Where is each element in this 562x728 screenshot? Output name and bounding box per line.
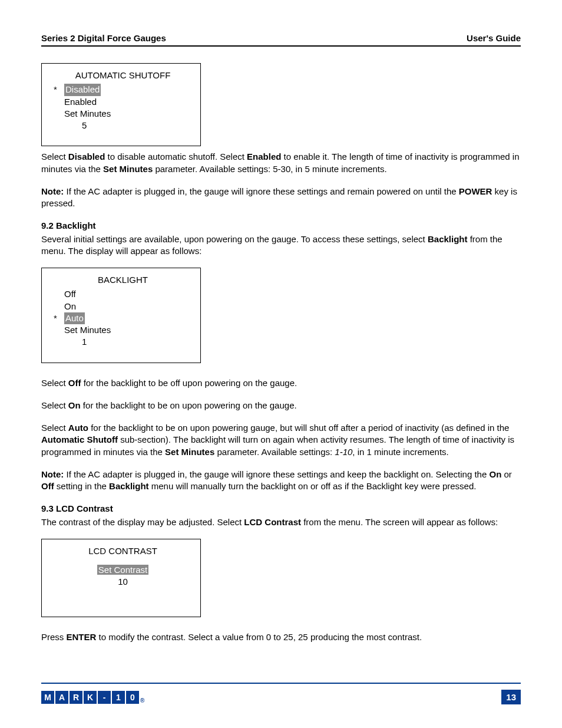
menu-title: BACKLIGHT [54,274,192,286]
section-heading: 9.3 LCD Contrast [41,503,521,515]
menu-lcd-contrast: LCD CONTRAST Set Contrast 10 [41,539,201,617]
page-header: Series 2 Digital Force Gauges User's Gui… [41,33,521,47]
page-number: 13 [501,690,521,704]
menu-item-on: On [54,301,192,312]
paragraph: The contrast of the display may be adjus… [41,516,521,528]
paragraph-note: Note: If the AC adapter is plugged in, t… [41,469,521,493]
paragraph: Select Disabled to disable automatic shu… [41,151,521,175]
paragraph: Select Auto for the backlight to be on u… [41,422,521,458]
paragraph: Select On for the backlight to be on upo… [41,400,521,411]
menu-backlight: BACKLIGHT Off On * Auto Set Minutes 1 [41,268,201,363]
registered-icon: ® [140,697,144,704]
menu-item-set-minutes: Set Minutes [54,324,192,336]
section-heading: 9.2 Backlight [41,220,521,232]
menu-item-label: Off [64,288,76,300]
menu-item-set-minutes: Set Minutes [54,108,192,120]
menu-item-set-contrast: Set Contrast [54,564,192,576]
menu-automatic-shutoff: AUTOMATIC SHUTOFF * Disabled Enabled Set… [41,63,201,146]
paragraph-note: Note: If the AC adapter is plugged in, t… [41,186,521,210]
header-right: User's Guide [467,33,521,43]
document-page: Series 2 Digital Force Gauges User's Gui… [0,0,562,728]
menu-item-label: Auto [64,312,85,324]
page-footer: M A R K - 1 0 ® 13 [41,683,521,704]
menu-value: 1 [54,336,192,348]
menu-value: 5 [54,120,192,131]
menu-item-off: Off [54,288,192,300]
selection-marker: * [54,84,64,95]
header-left: Series 2 Digital Force Gauges [41,33,166,43]
menu-item-label: Set Contrast [97,565,148,575]
menu-item-label: Set Minutes [64,108,111,120]
menu-item-label: Enabled [64,96,97,108]
menu-item-label: Set Minutes [64,324,111,336]
footer-rule [41,683,521,684]
menu-title: LCD CONTRAST [54,545,192,557]
menu-item-label: Disabled [64,84,101,95]
menu-item-disabled: * Disabled [54,84,192,95]
paragraph: Several initial settings are available, … [41,233,521,258]
menu-item-enabled: Enabled [54,96,192,108]
paragraph: Press ENTER to modify the contrast. Sele… [41,631,521,643]
selection-marker: * [54,312,64,324]
menu-title: AUTOMATIC SHUTOFF [54,70,192,81]
paragraph: Select Off for the backlight to be off u… [41,377,521,389]
menu-value: 10 [54,576,192,588]
menu-item-auto: * Auto [54,312,192,324]
menu-item-label: On [64,301,76,312]
mark-10-logo: M A R K - 1 0 ® [41,691,144,704]
